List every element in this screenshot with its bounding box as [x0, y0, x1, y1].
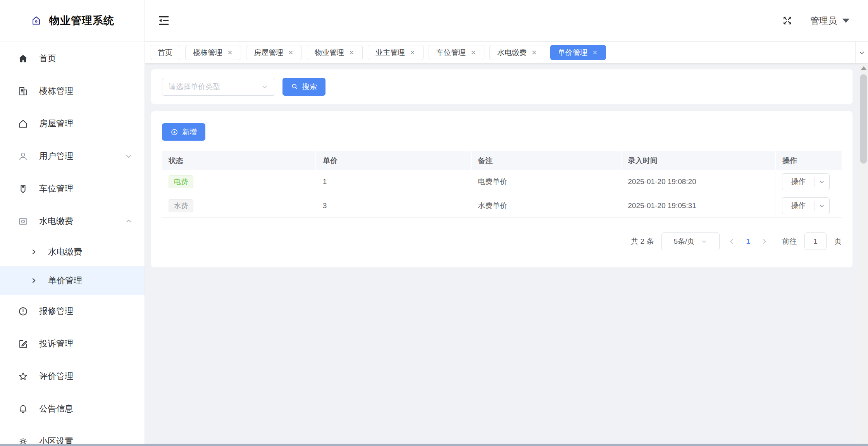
column-note: 备注: [471, 151, 621, 170]
scrollbar-thumb[interactable]: [860, 74, 867, 164]
time-cell: 2025-01-20 19:05:31: [621, 194, 775, 217]
tab-parking[interactable]: 车位管理: [429, 45, 484, 60]
user-menu[interactable]: 管理员: [810, 15, 849, 27]
tab-home[interactable]: 首页: [150, 45, 180, 60]
prev-page-icon[interactable]: [727, 237, 736, 246]
close-icon[interactable]: [288, 49, 294, 56]
tag-icon: [18, 184, 28, 194]
sidebar-item-label: 评价管理: [39, 370, 73, 382]
tab-owners[interactable]: 业主管理: [368, 45, 424, 60]
tab-label: 单价管理: [558, 48, 587, 58]
sidebar-item-reviews[interactable]: 评价管理: [0, 360, 145, 393]
logo: 物业管理系统: [0, 0, 145, 41]
goto-suffix: 页: [834, 236, 842, 246]
tab-overflow-button[interactable]: [855, 42, 868, 63]
search-icon: [291, 83, 298, 90]
column-status: 状态: [162, 151, 316, 170]
sidebar-item-repairs[interactable]: 报修管理: [0, 295, 145, 327]
app-title: 物业管理系统: [49, 14, 114, 28]
chevron-right-icon: [29, 276, 38, 285]
action-label: 操作: [782, 201, 814, 211]
column-price: 单价: [316, 151, 471, 170]
add-button[interactable]: 新增: [162, 123, 205, 141]
sidebar-item-community-settings[interactable]: 小区设置: [0, 425, 145, 446]
add-button-label: 新增: [182, 127, 197, 137]
tab-label: 物业管理: [315, 48, 344, 58]
tab-label: 楼栋管理: [193, 48, 222, 58]
close-icon[interactable]: [227, 49, 233, 56]
sidebar-item-label: 水电缴费: [39, 215, 73, 227]
row-action-dropdown[interactable]: 操作: [782, 173, 830, 190]
sidebar-subitem-unit-price[interactable]: 单价管理: [0, 266, 145, 295]
total-count: 共 2 条: [631, 236, 654, 246]
tab-unit-price[interactable]: 单价管理: [550, 45, 606, 60]
current-page[interactable]: 1: [744, 237, 753, 246]
price-cell: 1: [316, 170, 471, 194]
sidebar-item-users[interactable]: 用户管理: [0, 140, 145, 172]
search-button[interactable]: 搜索: [282, 78, 326, 96]
edit-icon: [18, 339, 28, 349]
goto-page-input[interactable]: [804, 232, 827, 250]
sidebar-item-complaints[interactable]: 投诉管理: [0, 327, 145, 360]
top-header: 管理员: [145, 0, 868, 41]
sidebar-item-home[interactable]: 首页: [0, 42, 145, 75]
unit-price-table: 状态 单价 备注 录入时间 操作 电费 1 电费单价 2025-01-20 19…: [162, 151, 842, 218]
tab-bar: 首页 楼栋管理 房屋管理 物业管理 业主管理 车位管理 水电缴费 单价管理: [145, 42, 868, 64]
sidebar-item-notices[interactable]: 公告信息: [0, 393, 145, 425]
plus-circle-icon: [170, 128, 178, 136]
price-cell: 3: [316, 194, 471, 217]
sidebar-subitem-label: 单价管理: [48, 275, 82, 286]
chevron-up-icon: [124, 217, 133, 226]
star-icon: [18, 371, 28, 382]
sidebar-item-parking[interactable]: 车位管理: [0, 172, 145, 205]
sidebar-item-label: 首页: [39, 53, 56, 64]
sidebar-item-label: 报修管理: [39, 305, 73, 317]
chevron-down-icon: [818, 202, 825, 209]
column-time: 录入时间: [621, 151, 775, 170]
building-icon: [18, 86, 28, 96]
meter-icon: [18, 216, 28, 227]
goto-prefix: 前往: [782, 236, 797, 246]
chevron-down-icon: [124, 152, 133, 160]
vertical-scrollbar[interactable]: [859, 64, 868, 444]
table-row: 电费 1 电费单价 2025-01-20 19:08:20 操作: [162, 170, 842, 194]
horizontal-scrollbar[interactable]: [0, 444, 868, 446]
fullscreen-icon[interactable]: [782, 15, 793, 26]
chevron-down-icon: [858, 49, 866, 57]
price-type-select[interactable]: 请选择单价类型: [162, 78, 275, 96]
tab-property[interactable]: 物业管理: [307, 45, 363, 60]
page-size-select[interactable]: 5条/页: [661, 232, 720, 250]
close-icon[interactable]: [592, 49, 598, 56]
scroll-up-arrow-icon[interactable]: [861, 66, 866, 70]
chevron-down-icon: [818, 178, 825, 185]
header-right: 管理员: [782, 15, 849, 27]
sidebar-item-utilities[interactable]: 水电缴费: [0, 205, 145, 238]
search-button-label: 搜索: [302, 82, 317, 92]
close-icon[interactable]: [531, 49, 537, 56]
sidebar-item-label: 楼栋管理: [39, 85, 73, 97]
bell-icon: [18, 404, 28, 414]
tab-buildings[interactable]: 楼栋管理: [185, 45, 241, 60]
row-action-dropdown[interactable]: 操作: [782, 197, 830, 214]
chevron-down-icon: [701, 238, 708, 245]
logo-home-icon: [31, 15, 41, 26]
status-badge: 电费: [169, 175, 193, 188]
sidebar-item-houses[interactable]: 房屋管理: [0, 107, 145, 140]
close-icon[interactable]: [470, 49, 477, 56]
close-icon[interactable]: [348, 49, 355, 56]
close-icon[interactable]: [409, 49, 416, 56]
home-icon: [18, 53, 28, 64]
sidebar-subitem-utilities-pay[interactable]: 水电缴费: [0, 238, 145, 266]
next-page-icon[interactable]: [760, 237, 769, 246]
table-header-row: 状态 单价 备注 录入时间 操作: [162, 151, 842, 170]
tab-label: 车位管理: [436, 48, 466, 58]
sidebar-item-buildings[interactable]: 楼栋管理: [0, 75, 145, 107]
tab-utilities[interactable]: 水电缴费: [489, 45, 545, 60]
sidebar-fold-icon[interactable]: [157, 14, 170, 27]
warning-circle-icon: [18, 306, 28, 317]
action-label: 操作: [782, 177, 814, 187]
page-size-label: 5条/页: [673, 236, 694, 246]
sidebar-subitem-label: 水电缴费: [48, 246, 82, 258]
sidebar: 物业管理系统 首页 楼栋管理 房屋管理: [0, 0, 145, 444]
tab-houses[interactable]: 房屋管理: [246, 45, 302, 60]
